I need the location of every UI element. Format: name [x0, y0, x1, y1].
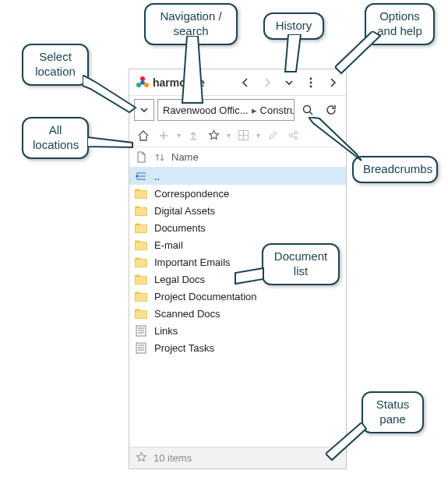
- refresh-button[interactable]: [321, 99, 341, 121]
- svg-rect-27: [136, 242, 147, 249]
- history-forward-button[interactable]: [259, 74, 276, 91]
- view-layout-button[interactable]: [234, 126, 252, 145]
- list-item-label: Digital Assets: [154, 205, 341, 217]
- list-icon: [134, 325, 148, 337]
- share-button[interactable]: [284, 126, 302, 145]
- folder-icon: [134, 223, 148, 233]
- document-list[interactable]: .. Correspondence Digital Assets Documen…: [129, 168, 346, 447]
- callout-history: History: [263, 12, 324, 40]
- callout-select-location: Selectlocation: [22, 44, 89, 86]
- callout-status-pane: Statuspane: [362, 391, 424, 433]
- app-title: harmon.ie: [153, 76, 205, 89]
- svg-point-6: [310, 85, 312, 87]
- callout-all-locations: Alllocations: [22, 117, 89, 159]
- expand-panel-button[interactable]: [324, 74, 341, 91]
- svg-marker-44: [83, 75, 136, 112]
- callout-nav-search: Navigation /search: [144, 3, 238, 45]
- upload-button[interactable]: [184, 126, 203, 145]
- list-item-label: Correspondence: [154, 188, 341, 200]
- svg-point-3: [140, 80, 145, 85]
- breadcrumb-segment[interactable]: Construction: [259, 104, 295, 116]
- list-item-label: Project Tasks: [154, 342, 341, 354]
- folder-icon: [134, 206, 148, 216]
- svg-point-16: [295, 131, 298, 134]
- up-row-label: ..: [154, 171, 341, 182]
- svg-rect-31: [136, 276, 147, 284]
- options-button[interactable]: [302, 74, 319, 91]
- favorite-button[interactable]: [204, 126, 223, 145]
- type-column-icon: [134, 151, 148, 163]
- favorite-star-icon[interactable]: [136, 451, 147, 465]
- svg-rect-21: [136, 190, 147, 198]
- list-item-label: Project Documentation: [154, 291, 341, 302]
- folder-icon: [134, 292, 148, 302]
- favorite-dropdown-caret[interactable]: ▾: [224, 131, 232, 140]
- new-button[interactable]: [154, 126, 173, 145]
- list-item-label: Links: [154, 325, 341, 337]
- sort-icon[interactable]: [153, 152, 167, 163]
- status-text: 10 items: [153, 452, 192, 464]
- logo-icon: [136, 76, 150, 90]
- column-header[interactable]: Name: [129, 147, 346, 168]
- svg-marker-45: [87, 137, 132, 147]
- svg-rect-23: [136, 207, 147, 215]
- list-item[interactable]: Documents: [129, 219, 346, 236]
- svg-line-8: [310, 112, 313, 115]
- list-item[interactable]: Scanned Docs: [129, 305, 346, 322]
- svg-rect-29: [136, 259, 147, 267]
- edit-button[interactable]: [263, 126, 282, 145]
- titlebar: harmon.ie: [129, 69, 346, 96]
- folder-icon: [134, 240, 148, 250]
- chevron-right-icon: ▸: [250, 104, 259, 116]
- breadcrumb[interactable]: Ravenwood Offic... ▸ Construction: [157, 99, 295, 121]
- svg-point-5: [310, 81, 312, 83]
- list-item[interactable]: Correspondence: [129, 185, 346, 202]
- folder-icon: [134, 257, 148, 267]
- status-bar: 10 items: [129, 447, 346, 469]
- svg-point-17: [295, 136, 298, 140]
- search-button[interactable]: [298, 99, 318, 121]
- history-back-button[interactable]: [237, 74, 254, 91]
- svg-rect-35: [136, 310, 147, 318]
- svg-point-15: [289, 134, 292, 137]
- list-item[interactable]: Links: [129, 322, 346, 339]
- svg-point-2: [144, 83, 149, 87]
- svg-marker-47: [285, 34, 301, 72]
- history-dropdown-button[interactable]: [280, 74, 298, 91]
- home-button[interactable]: [134, 126, 153, 145]
- callout-breadcrumbs: Breadcrumbs: [352, 156, 438, 183]
- folder-icon: [134, 309, 148, 319]
- up-level-icon: [134, 171, 148, 182]
- svg-point-4: [310, 77, 312, 80]
- svg-rect-33: [136, 293, 147, 301]
- callout-options: Optionsand help: [365, 3, 435, 45]
- folder-icon: [134, 189, 148, 199]
- list-item[interactable]: Digital Assets: [129, 202, 346, 219]
- svg-line-18: [291, 133, 295, 135]
- list-item[interactable]: Project Documentation: [129, 288, 346, 305]
- list-item-label: Scanned Docs: [154, 308, 341, 320]
- select-location-dropdown[interactable]: [134, 99, 154, 121]
- up-row[interactable]: ..: [129, 168, 346, 185]
- folder-icon: [134, 274, 148, 285]
- list-icon: [134, 342, 148, 354]
- svg-rect-25: [136, 225, 147, 232]
- view-dropdown-caret[interactable]: ▾: [254, 131, 262, 140]
- name-column-header[interactable]: Name: [171, 151, 199, 163]
- toolbar: ▾ ▾ ▾: [129, 124, 346, 147]
- navigation-bar: Ravenwood Offic... ▸ Construction: [129, 96, 346, 124]
- list-item[interactable]: Project Tasks: [129, 339, 346, 356]
- svg-point-0: [140, 76, 145, 81]
- svg-line-19: [291, 136, 295, 137]
- svg-point-1: [136, 83, 141, 87]
- new-dropdown-caret[interactable]: ▾: [175, 131, 182, 140]
- breadcrumb-segment[interactable]: Ravenwood Offic...: [161, 104, 250, 116]
- svg-point-7: [304, 106, 311, 113]
- list-item-label: Documents: [154, 222, 341, 234]
- app-logo: harmon.ie: [136, 76, 205, 90]
- callout-doc-list: Documentlist: [262, 243, 340, 285]
